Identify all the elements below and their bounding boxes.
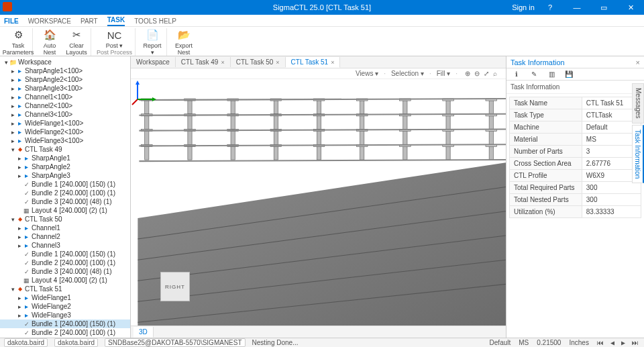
ribbon-task-parameters[interactable]: ⚙Task Parameters (7, 28, 30, 56)
tree-twist-icon[interactable]: ▾ (9, 286, 16, 293)
tree-item[interactable]: Bundle 2 [240.000] (100) (1) (0, 328, 130, 337)
ribbon-clear-layouts[interactable]: ✂Clear Layouts (65, 28, 88, 56)
tree-item[interactable]: ▸WideFlange3 (0, 311, 130, 319)
menu-task[interactable]: TASK (107, 16, 125, 26)
tree-item[interactable]: ▸SharpAngle3 (0, 171, 130, 180)
tree-twist-icon[interactable]: ▸ (9, 120, 16, 127)
tree-item[interactable]: ▸WideFlange3<100> (0, 136, 130, 145)
tree-twist-icon[interactable]: ▸ (16, 225, 23, 232)
info-tab-icon[interactable]: ℹ (512, 70, 521, 79)
tree-item[interactable]: ▸WideFlange1 (0, 293, 130, 302)
tree-item[interactable]: Bundle 3 [240.000] (48) (1) (0, 337, 130, 338)
tree-item[interactable]: Layout 4 [240.000] (2) (1) (0, 206, 130, 215)
status-nav[interactable]: ⏮ ◀ ▶ ⏭ (597, 339, 640, 346)
fill-dropdown[interactable]: Fill ▾ (437, 70, 451, 77)
tree-item[interactable]: Bundle 1 [240.000] (150) (1) (0, 180, 130, 189)
view-tool-icon[interactable]: ⊖ (474, 70, 480, 77)
side-tab[interactable]: Task Information (632, 125, 644, 183)
menu-tools-help[interactable]: TOOLS HELP (134, 17, 176, 26)
tree-twist-icon[interactable]: ▾ (9, 216, 16, 223)
tree-twist-icon[interactable]: ▾ (3, 59, 9, 66)
menu-workspace[interactable]: WORKSPACE (28, 17, 71, 26)
tree-item[interactable]: ▸Channel2 (0, 232, 130, 241)
doc-tab[interactable]: CTL Task 49× (176, 57, 231, 67)
view-tool-icon[interactable]: ⊕ (465, 70, 470, 77)
tree-item[interactable]: ▸Channel1 (0, 224, 130, 232)
tree-twist-icon[interactable]: ▾ (9, 146, 16, 153)
tree-item[interactable]: ▸SharpAngle1<100> (0, 66, 130, 75)
tree-item[interactable]: ▾CTL Task 50 (0, 215, 130, 224)
orientation-cube[interactable]: RIGHT (160, 272, 190, 301)
menu-file[interactable]: FILE (4, 17, 19, 26)
tree-item[interactable]: Bundle 3 [240.000] (48) (1) (0, 267, 130, 276)
tab-close-icon[interactable]: × (221, 59, 224, 66)
tree-item[interactable]: Bundle 3 [240.000] (48) (1) (0, 197, 130, 206)
doc-tab[interactable]: Workspace (131, 57, 176, 67)
svg-rect-12 (145, 146, 149, 160)
tree-item[interactable]: ▾CTL Task 51 (0, 285, 130, 293)
tree-twist-icon[interactable]: ▸ (9, 85, 16, 92)
views-dropdown[interactable]: Views ▾ (356, 70, 378, 77)
tree-twist-icon[interactable]: ▸ (9, 138, 16, 144)
tree-item[interactable]: Layout 4 [240.000] (2) (1) (0, 276, 130, 285)
tree-item[interactable]: ▸Channel3 (0, 241, 130, 250)
tab-close-icon[interactable]: × (276, 59, 279, 66)
ribbon-report-[interactable]: 📄Report ▾ (141, 28, 164, 56)
title-bar: SigmaCTL 25.0 [CTL Task 51] Sign in ? — … (0, 0, 644, 15)
tree-item[interactable]: ▾CTL Task 49 (0, 145, 130, 154)
panel-close-icon[interactable]: × (636, 58, 640, 66)
tree-item[interactable]: ▸Channel3<100> (0, 110, 130, 119)
save-tab-icon[interactable]: 💾 (564, 70, 574, 79)
tree-item[interactable]: ▸SharpAngle2 (0, 162, 130, 171)
tree-twist-icon[interactable]: ▸ (16, 242, 23, 249)
tree-twist-icon[interactable]: ▸ (16, 303, 23, 310)
bundle-icon (23, 181, 30, 188)
signin-button[interactable]: Sign in (510, 0, 537, 15)
tree-twist-icon[interactable]: ▸ (16, 155, 23, 162)
tree-item[interactable]: Bundle 1 [240.000] (150) (1) (0, 319, 130, 328)
doc-tab[interactable]: CTL Task 50× (231, 57, 286, 67)
tree-twist-icon[interactable]: ▸ (16, 172, 23, 179)
tab-close-icon[interactable]: × (331, 59, 334, 66)
tree-item[interactable]: Bundle 2 [240.000] (100) (1) (0, 189, 130, 197)
tree-item[interactable]: ▾Workspace (0, 58, 130, 66)
side-tab[interactable]: Messages (632, 83, 644, 123)
edit-tab-icon[interactable]: ✎ (529, 70, 539, 79)
tree-item[interactable]: ▸SharpAngle2<100> (0, 75, 130, 84)
tree-twist-icon[interactable]: ▸ (9, 68, 16, 75)
ribbon-auto-nest[interactable]: 🏠Auto Nest (38, 28, 61, 56)
folder-tab-icon[interactable]: ▥ (547, 70, 556, 79)
tree-item[interactable]: ▸WideFlange2<100> (0, 128, 130, 136)
view-tool-icon[interactable]: ⌕ (493, 70, 497, 77)
tree-twist-icon[interactable]: ▸ (16, 164, 23, 170)
tree-twist-icon[interactable]: ▸ (16, 234, 23, 240)
tree-item[interactable]: ▸WideFlange2 (0, 302, 130, 311)
view-tool-icon[interactable]: ⤢ (484, 70, 489, 77)
tree-item[interactable]: ▸Channel2<100> (0, 101, 130, 110)
help-button[interactable]: ? (537, 0, 564, 15)
tree-twist-icon[interactable]: ▸ (9, 129, 16, 136)
tree-twist-icon[interactable]: ▸ (9, 94, 16, 101)
minimize-button[interactable]: — (564, 0, 590, 15)
tab-3d[interactable]: 3D (133, 327, 154, 338)
tree-item[interactable]: ▸Channel1<100> (0, 93, 130, 101)
tree-item[interactable]: ▸SharpAngle1 (0, 154, 130, 162)
selection-dropdown[interactable]: Selection ▾ (391, 70, 424, 77)
tree-item[interactable]: Bundle 1 [240.000] (150) (1) (0, 250, 130, 258)
workspace-tree[interactable]: ▾Workspace▸SharpAngle1<100>▸SharpAngle2<… (0, 56, 131, 338)
tree-item[interactable]: ▸WideFlange1<100> (0, 119, 130, 128)
tree-item[interactable]: Bundle 2 [240.000] (100) (1) (0, 258, 130, 267)
tree-item[interactable]: ▸SharpAngle3<100> (0, 84, 130, 93)
tree-twist-icon[interactable]: ▸ (9, 103, 16, 109)
close-button[interactable]: ✕ (617, 0, 644, 15)
menu-part[interactable]: PART (80, 17, 98, 26)
ribbon-post-[interactable]: NCPost ▾ (103, 28, 126, 49)
3d-viewport[interactable]: RIGHT (131, 79, 506, 326)
tree-twist-icon[interactable]: ▸ (16, 295, 23, 301)
maximize-button[interactable]: ▭ (590, 0, 617, 15)
tree-twist-icon[interactable]: ▸ (9, 111, 16, 118)
tree-twist-icon[interactable]: ▸ (9, 77, 16, 83)
tree-twist-icon[interactable]: ▸ (16, 312, 23, 319)
doc-tab[interactable]: CTL Task 51× (286, 57, 341, 68)
ribbon-export-nest[interactable]: 📂Export Nest (172, 28, 195, 56)
